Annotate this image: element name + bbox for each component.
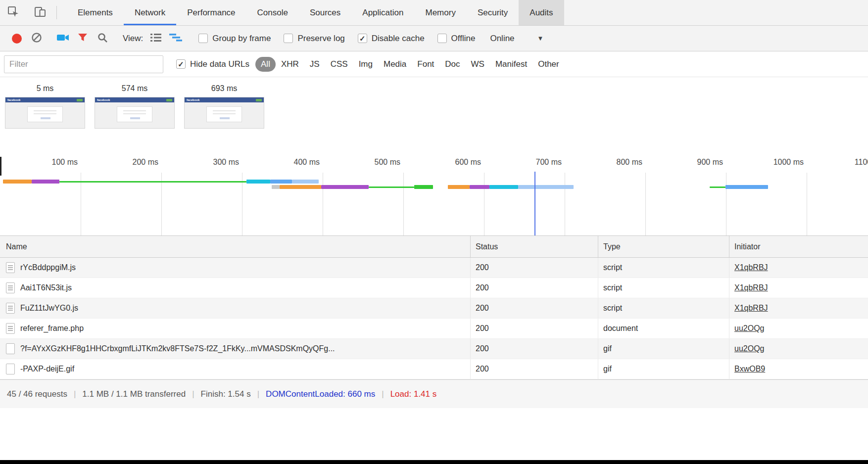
capture-screenshots-button[interactable] [53,30,73,47]
request-initiator-cell: X1qbRBJ [729,298,868,318]
column-header-type[interactable]: Type [598,236,729,257]
tab-console[interactable]: Console [246,0,299,25]
throttling-dropdown-arrow[interactable]: ▼ [537,35,544,42]
device-toolbar-icon [34,5,47,20]
overview-canvas[interactable]: 100 ms200 ms300 ms400 ms500 ms600 ms700 … [0,154,868,236]
request-name: -PAXP-deijE.gif [20,365,74,373]
filter-type-font[interactable]: Font [412,57,439,72]
script-file-icon [6,282,15,293]
tab-elements[interactable]: Elements [67,0,124,25]
hide-data-urls-checkbox[interactable]: Hide data URLs [176,59,249,69]
checkbox-offline[interactable]: Offline [437,34,476,44]
network-statusbar: 45 / 46 requests|1.1 MB / 1.1 MB transfe… [0,379,868,408]
filter-type-ws[interactable]: WS [466,57,490,72]
overview-gridline [726,173,726,235]
filmstrip-thumbnail[interactable]: facebook [184,97,264,129]
search-button[interactable] [93,30,112,47]
tab-security[interactable]: Security [467,0,519,25]
record-button[interactable] [7,30,27,47]
filmstrip-thumbnail[interactable]: facebook [95,97,175,129]
request-status-cell: 200 [470,258,598,278]
initiator-link[interactable]: X1qbRBJ [734,283,768,292]
thumbnail-login-card [27,106,63,122]
dcl-marker-line [534,172,535,235]
filter-type-xhr[interactable]: XHR [276,57,304,72]
list-view-button[interactable] [146,30,166,47]
filter-type-doc[interactable]: Doc [439,57,465,72]
request-row[interactable]: FuZ11tJwYG0.js200scriptX1qbRBJ [0,298,868,319]
devtools-tabbar: ElementsNetworkPerformanceConsoleSources… [0,0,868,26]
request-row[interactable]: referer_frame.php200documentuu2OQg [0,319,868,339]
tab-application[interactable]: Application [351,0,414,25]
overview-gridline [645,173,646,235]
waterfall-segment [414,185,433,189]
checkbox-disable-cache[interactable]: Disable cache [358,34,425,44]
filmstrip-frame[interactable]: 693 msfacebook [184,84,264,154]
filter-type-other[interactable]: Other [532,57,565,72]
initiator-link[interactable]: uu2OQg [734,344,764,353]
overview-tick-label: 700 ms [516,158,562,167]
overview-origin-marker [0,157,1,176]
initiator-link[interactable]: X1qbRBJ [734,263,768,272]
checkbox-box-icon [358,34,367,43]
checkbox-group-by-frame[interactable]: Group by frame [198,34,271,44]
request-status-cell: 200 [470,339,598,359]
statusbar-separator: | [257,389,259,399]
column-header-name[interactable]: Name [0,236,470,257]
requests-table-header: Name Status Type Initiator [0,236,868,258]
initiator-link[interactable]: X1qbRBJ [734,304,768,313]
waterfall-segment [292,180,319,184]
throttling-select[interactable]: Online [490,34,514,44]
document-file-icon [6,323,15,334]
thumbnail-login-card [117,106,152,122]
statusbar-separator: | [382,389,384,399]
tab-sources[interactable]: Sources [299,0,351,25]
overview-tick-label: 1000 ms [758,158,804,167]
request-status-cell: 200 [470,298,598,318]
statusbar-item: DOMContentLoaded: 660 ms [266,389,375,399]
filter-type-media[interactable]: Media [378,57,412,72]
waterfall-segment [280,185,321,189]
filter-type-manifest[interactable]: Manifest [490,57,532,72]
overview-gridline [403,173,404,235]
filmstrip-thumbnail[interactable]: facebook [5,97,85,129]
filter-input[interactable] [4,55,163,73]
inspect-cursor-icon [7,5,20,20]
initiator-link[interactable]: BxwOB9 [734,365,765,373]
tab-audits[interactable]: Audits [519,0,564,25]
filter-type-all[interactable]: All [255,57,276,72]
request-row[interactable]: -PAXP-deijE.gif200gifBxwOB9 [0,359,868,379]
inspect-element-button[interactable] [0,0,27,25]
request-row[interactable]: ?f=AYxXGzKHF8g1HHCrbxgmfLiJTKm2kv8FTSe7S… [0,339,868,359]
overview-gridline [484,173,484,235]
overview-tick-label: 200 ms [113,158,158,167]
checkbox-preserve-log[interactable]: Preserve log [284,34,344,44]
device-toolbar-button[interactable] [27,0,53,25]
filmstrip-frame[interactable]: 5 msfacebook [5,84,85,154]
column-header-status[interactable]: Status [470,236,598,257]
statusbar-item: 45 / 46 requests [7,389,67,399]
filmstrip: 5 msfacebook574 msfacebook693 msfacebook [0,77,868,154]
initiator-link[interactable]: uu2OQg [734,324,764,333]
column-header-initiator[interactable]: Initiator [729,236,868,257]
waterfall-segment [710,186,725,188]
request-status-cell: 200 [470,278,598,298]
checkbox-box-icon [284,34,293,43]
filmstrip-frame-time: 574 ms [95,84,175,93]
waterfall-view-button[interactable] [166,30,186,47]
filter-type-js[interactable]: JS [304,57,325,72]
waterfall-segment [448,185,470,189]
filter-toggle-button[interactable] [73,30,93,47]
filter-type-img[interactable]: Img [353,57,378,72]
tab-performance[interactable]: Performance [176,0,246,25]
request-name-cell: referer_frame.php [0,319,470,338]
tab-network[interactable]: Network [124,0,176,25]
request-row[interactable]: Aai1T6N53it.js200scriptX1qbRBJ [0,278,868,298]
clear-button[interactable] [27,30,47,47]
checkbox-label: Preserve log [297,34,344,44]
filter-type-css[interactable]: CSS [325,57,353,72]
request-row[interactable]: rYcBddppgiM.js200scriptX1qbRBJ [0,258,868,278]
filmstrip-frame[interactable]: 574 msfacebook [95,84,175,154]
tab-memory[interactable]: Memory [414,0,466,25]
hide-data-urls-label: Hide data URLs [190,59,249,69]
